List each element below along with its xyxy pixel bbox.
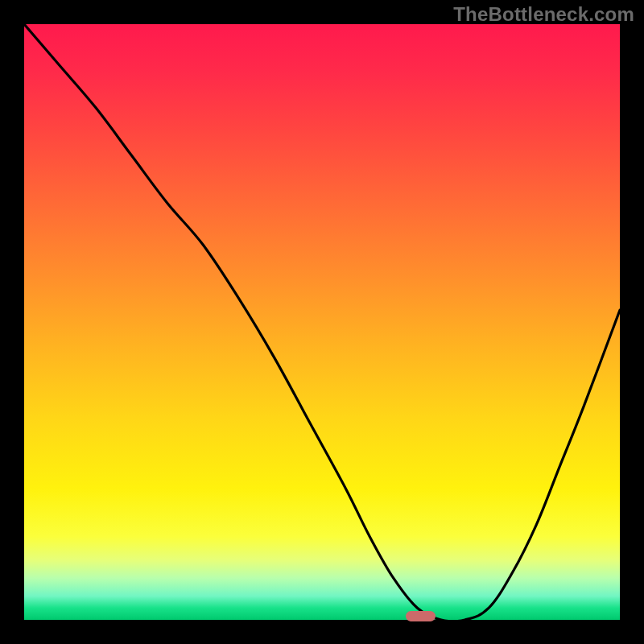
optimal-marker <box>406 611 436 621</box>
plot-area <box>24 24 620 620</box>
curve-layer <box>24 24 620 620</box>
chart-container: TheBottleneck.com <box>0 0 644 644</box>
watermark-text: TheBottleneck.com <box>453 3 634 26</box>
bottleneck-curve <box>24 24 620 620</box>
